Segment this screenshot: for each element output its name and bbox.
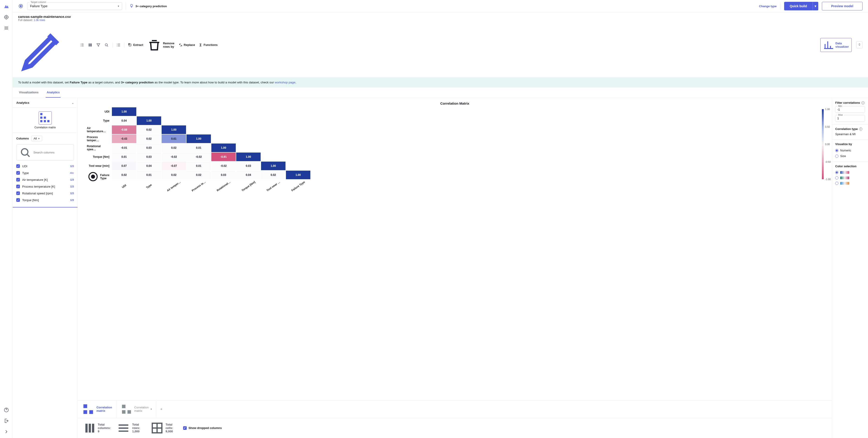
replace-button[interactable]: Replace <box>179 43 195 47</box>
info-icon[interactable]: i <box>862 101 865 104</box>
heatmap-cell <box>211 116 236 125</box>
list-view-icon[interactable] <box>80 43 84 47</box>
remove-rows-button[interactable]: Remove rows by <box>147 37 175 52</box>
heatmap-cell: 0.01 <box>186 161 211 170</box>
svg-rect-21 <box>84 410 87 414</box>
tab-analytics[interactable]: Analytics <box>46 88 61 98</box>
status-bar: Total columns: 9 Total rows: 1,000 Total… <box>78 418 832 438</box>
min-input[interactable]: Min <box>835 106 865 113</box>
extract-button[interactable]: Extract <box>128 43 143 47</box>
column-name: Type <box>22 171 68 175</box>
exit-icon[interactable] <box>4 418 9 424</box>
heatmap-cell <box>136 107 161 116</box>
columns-title: Columns <box>16 137 29 140</box>
expand-icon[interactable] <box>856 41 863 49</box>
target-column-select[interactable]: Target column Failure Type ▾ <box>27 2 122 10</box>
column-row[interactable]: ✓ Torque [Nm] 123 <box>16 197 74 204</box>
row-label: Failure Type <box>87 170 112 183</box>
column-name: Process temperature [K] <box>22 185 68 188</box>
row-label: UDI <box>87 107 112 116</box>
app-logo-icon[interactable] <box>4 4 9 9</box>
radio-icon <box>835 155 838 158</box>
heatmap-cell: -0.43 <box>112 134 136 143</box>
max-input[interactable]: Max <box>835 115 865 122</box>
heatmap-cell: 1.00 <box>236 152 261 161</box>
dataset-rows-link[interactable]: 1.0k rows <box>34 19 45 22</box>
info-banner: To build a model with this dataset, set … <box>13 77 868 88</box>
column-row[interactable]: ✓ Rotational speed [rpm] 123 <box>16 190 74 197</box>
target-column-value: Failure Type <box>30 4 48 8</box>
analytics-section-header[interactable]: Analytics ⌄ <box>13 98 78 108</box>
color-opt-2[interactable] <box>835 175 865 181</box>
workshop-link[interactable]: workshop page <box>275 81 296 84</box>
target-nav-icon[interactable] <box>4 14 9 20</box>
columns-search[interactable] <box>16 145 74 160</box>
column-row[interactable]: ✓ UDI 123 <box>16 163 74 169</box>
steps-icon[interactable] <box>116 43 121 47</box>
viz-tab-muted[interactable]: Correlation matrix ▾ <box>116 401 156 417</box>
color-opt-1[interactable] <box>835 170 865 175</box>
filter-icon[interactable] <box>96 43 101 47</box>
radio-icon <box>835 176 838 180</box>
quick-build-dropdown[interactable]: ▾ <box>813 2 818 10</box>
add-viz-tab[interactable]: ＋ <box>156 405 166 413</box>
data-visualizer-button[interactable]: Data visualizer <box>820 38 852 52</box>
heatmap-cell <box>261 134 286 143</box>
heatmap-cell: 1.00 <box>112 107 136 116</box>
heatmap-cell: 0.07 <box>112 161 136 170</box>
viz-tab-bar: Correlation matrix Correlation matrix ▾ … <box>78 400 832 418</box>
heatmap-cell: 0.61 <box>161 134 186 143</box>
color-opt-3[interactable] <box>835 181 865 186</box>
filter-corr-title: Filter correlations i <box>835 101 865 104</box>
column-name: Rotational speed [rpm] <box>22 192 68 195</box>
heatmap-cell <box>261 116 286 125</box>
svg-point-17 <box>22 149 28 155</box>
checkbox-icon: ✓ <box>16 191 20 195</box>
heatmap-cell: 0.03 <box>236 161 261 170</box>
svg-rect-11 <box>40 113 42 115</box>
column-type-badge: 123 <box>70 185 74 188</box>
edit-icon[interactable] <box>18 72 71 75</box>
chevron-down-icon: ⌄ <box>72 101 74 104</box>
column-row[interactable]: ✓ Type Abc <box>16 169 74 176</box>
column-row[interactable]: ✓ Process temperature [K] 123 <box>16 183 74 190</box>
svg-rect-15 <box>43 120 46 122</box>
target-column-label: Target column <box>30 1 47 3</box>
column-type-badge: 123 <box>70 165 74 167</box>
tab-visualizations[interactable]: Visualizations <box>18 88 39 98</box>
show-dropped-toggle[interactable]: ✓ Show dropped columns <box>183 426 222 430</box>
grid-view-icon[interactable] <box>88 43 92 47</box>
chevron-down-icon: ▾ <box>118 4 119 8</box>
svg-point-0 <box>4 15 8 19</box>
chevron-right-icon[interactable] <box>4 429 9 434</box>
viz-tab-active[interactable]: Correlation matrix <box>78 401 116 418</box>
radio-icon <box>835 171 838 174</box>
heatmap-cell: -0.02 <box>186 152 211 161</box>
heatmap-cell <box>286 161 311 170</box>
color-scale: 1.00 0.50 0.00 -0.50 -1.00 <box>818 109 827 179</box>
row-label: Tool wear [min] <box>87 161 112 170</box>
info-icon[interactable]: i <box>859 127 862 131</box>
columns-search-input[interactable] <box>33 151 71 154</box>
menu-icon[interactable] <box>4 25 9 31</box>
column-row[interactable]: ✓ Air temperature [K] 123 <box>16 176 74 183</box>
heatmap-cell: 0.02 <box>161 143 186 152</box>
functions-button[interactable]: Functions <box>199 43 218 47</box>
row-label: Rotational spee… <box>87 143 112 152</box>
correlation-matrix-thumb[interactable] <box>39 112 52 125</box>
search-icon[interactable] <box>104 43 109 47</box>
change-type-link[interactable]: Change type <box>759 4 777 8</box>
viz-by-size[interactable]: Size <box>835 153 865 159</box>
help-icon[interactable] <box>4 407 9 413</box>
svg-rect-13 <box>43 117 46 119</box>
column-name: Torque [Nm] <box>22 198 68 202</box>
heatmap-cell <box>286 125 311 134</box>
viz-by-numeric[interactable]: Numeric <box>835 148 865 153</box>
heatmap-cell <box>261 152 286 161</box>
heatmap-cell <box>161 116 186 125</box>
quick-build-button[interactable]: Quick build <box>784 2 813 10</box>
columns-filter-select[interactable]: All ▾ <box>31 135 42 141</box>
heatmap-cell <box>236 107 261 116</box>
preview-model-button[interactable]: Preview model <box>822 2 863 10</box>
svg-point-19 <box>92 175 95 178</box>
